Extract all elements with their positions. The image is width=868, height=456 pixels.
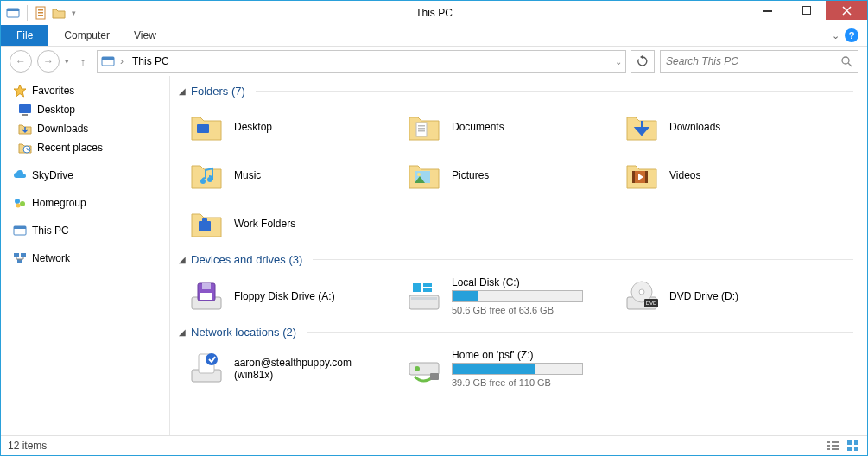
refresh-button[interactable]: [631, 50, 655, 73]
address-dropdown-icon[interactable]: ⌄: [615, 57, 622, 66]
window-icon[interactable]: [6, 6, 20, 20]
location-icon: [101, 54, 115, 68]
svg-rect-13: [19, 104, 31, 113]
svg-rect-68: [854, 446, 858, 451]
svg-rect-61: [827, 445, 830, 446]
drives-grid: Floppy Disk Drive (A:) Local Disk (C:) 5…: [177, 271, 867, 320]
svg-rect-25: [416, 123, 427, 136]
capacity-bar: [452, 290, 583, 302]
navigation-bar: ← → ▾ ↑ › This PC ⌄ Search This PC: [1, 47, 867, 76]
svg-line-11: [848, 63, 852, 66]
svg-rect-56: [409, 363, 439, 375]
network-drive-icon: [405, 350, 443, 388]
content-pane: ◢ Folders (7) Desktop Documents Do: [170, 76, 867, 435]
expand-ribbon-icon[interactable]: ⌄: [832, 30, 839, 41]
recent-locations-dropdown[interactable]: ▾: [65, 57, 69, 66]
svg-rect-62: [832, 445, 839, 446]
svg-rect-5: [38, 15, 43, 16]
drive-local-c[interactable]: Local Disk (C:) 50.6 GB free of 63.6 GB: [395, 271, 612, 320]
group-header-network[interactable]: ◢ Network locations (2): [177, 320, 867, 344]
svg-rect-7: [802, 7, 810, 15]
folder-icon: [187, 205, 225, 243]
pc-icon: [13, 224, 27, 238]
drive-floppy[interactable]: Floppy Disk Drive (A:): [177, 271, 395, 320]
minimize-button[interactable]: [748, 1, 787, 20]
sidebar-homegroup[interactable]: Homegroup: [1, 193, 169, 212]
search-box[interactable]: Search This PC: [660, 50, 858, 73]
folder-desktop[interactable]: Desktop: [177, 103, 395, 151]
svg-point-10: [842, 57, 849, 64]
search-icon: [840, 55, 852, 67]
svg-rect-22: [21, 253, 26, 257]
thumbnails-view-button[interactable]: [846, 440, 860, 452]
file-explorer-window: ▾ This PC File Computer View ⌄ ? ← → ▾ ↑: [0, 0, 868, 456]
ribbon-file-tab[interactable]: File: [1, 25, 48, 46]
sidebar-item-recent[interactable]: Recent places: [1, 138, 169, 157]
network-location-remoteapp[interactable]: aaron@stealthpuppy.com (win81x): [177, 344, 395, 393]
back-button[interactable]: ←: [10, 50, 32, 73]
svg-rect-41: [202, 283, 211, 289]
capacity-bar: [452, 363, 583, 375]
folder-downloads[interactable]: Downloads: [612, 103, 830, 151]
sidebar-thispc[interactable]: This PC: [1, 221, 169, 240]
navigation-pane: Favorites Desktop Downloads Recent place…: [1, 76, 170, 435]
search-placeholder: Search This PC: [666, 55, 738, 67]
help-icon[interactable]: ?: [845, 28, 858, 42]
qat-dropdown-icon[interactable]: ▾: [69, 6, 78, 20]
folder-work[interactable]: Work Folders: [177, 200, 395, 248]
address-bar[interactable]: › This PC ⌄: [97, 50, 626, 73]
forward-button[interactable]: →: [37, 50, 60, 73]
collapse-icon[interactable]: ◢: [177, 255, 187, 264]
svg-rect-21: [14, 253, 19, 257]
sidebar-network[interactable]: Network: [1, 249, 169, 268]
quick-access-toolbar: ▾: [1, 5, 78, 21]
svg-rect-28: [418, 130, 425, 132]
svg-marker-12: [14, 85, 26, 97]
up-button[interactable]: ↑: [74, 53, 92, 70]
properties-icon[interactable]: [35, 6, 48, 20]
titlebar: ▾ This PC: [1, 1, 867, 25]
svg-rect-63: [827, 448, 830, 450]
collapse-icon[interactable]: ◢: [177, 86, 187, 96]
folder-icon: [187, 108, 225, 146]
folder-music[interactable]: Music: [177, 151, 395, 200]
svg-rect-58: [430, 373, 439, 380]
sidebar-favorites[interactable]: Favorites: [1, 81, 169, 100]
dvd-drive-icon: DVD: [623, 277, 661, 315]
sidebar-item-desktop[interactable]: Desktop: [1, 100, 169, 119]
folder-documents[interactable]: Documents: [395, 103, 612, 151]
details-view-button[interactable]: [826, 440, 839, 452]
collapse-icon[interactable]: ◢: [177, 327, 187, 337]
svg-rect-24: [197, 124, 209, 133]
svg-rect-65: [847, 440, 852, 445]
svg-rect-27: [418, 128, 425, 130]
ribbon-tab-view[interactable]: View: [122, 25, 168, 46]
recent-icon: [18, 141, 32, 155]
svg-rect-38: [202, 218, 207, 222]
sidebar-skydrive[interactable]: SkyDrive: [1, 166, 169, 185]
group-header-drives[interactable]: ◢ Devices and drives (3): [177, 248, 867, 271]
network-drive-z[interactable]: Home on 'psf' (Z:) 39.9 GB free of 110 G…: [395, 344, 612, 393]
folder-videos[interactable]: Videos: [612, 151, 830, 200]
svg-point-32: [417, 173, 421, 176]
close-button[interactable]: [826, 1, 867, 20]
ribbon-tab-computer[interactable]: Computer: [52, 25, 122, 46]
network-grid: aaron@stealthpuppy.com (win81x) Home on …: [177, 344, 867, 393]
chevron-right-icon[interactable]: ›: [120, 55, 124, 67]
svg-rect-42: [200, 293, 212, 300]
sidebar-item-downloads[interactable]: Downloads: [1, 119, 169, 138]
maximize-button[interactable]: [787, 1, 826, 20]
folder-pictures[interactable]: Pictures: [395, 151, 612, 200]
svg-rect-44: [411, 297, 437, 300]
downloads-icon: [18, 122, 32, 136]
svg-rect-14: [22, 114, 28, 116]
drive-dvd[interactable]: DVD DVD Drive (D:): [612, 271, 830, 320]
group-header-folders[interactable]: ◢ Folders (7): [177, 79, 867, 103]
breadcrumb[interactable]: This PC: [129, 55, 173, 67]
svg-point-17: [20, 201, 25, 206]
folder-icon: [623, 156, 661, 194]
folder-icon: [623, 108, 661, 146]
status-bar: 12 items: [1, 435, 867, 455]
new-folder-icon[interactable]: [52, 6, 66, 20]
remoteapp-icon: [187, 350, 225, 388]
